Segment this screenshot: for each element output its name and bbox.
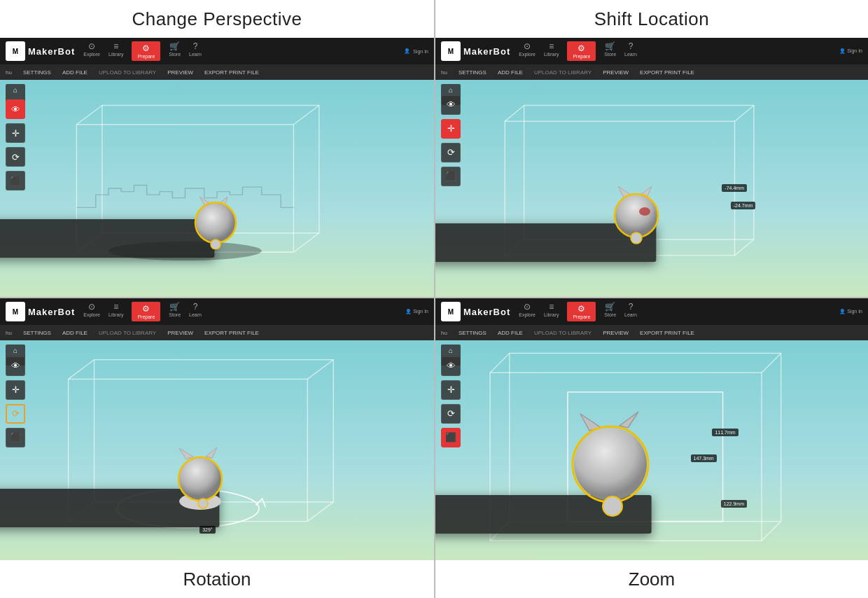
home-btn-bl[interactable]: ⌂ <box>6 345 25 356</box>
nav-explore-tr[interactable]: ⊙Explore <box>519 41 536 61</box>
addfile-btn-tl[interactable]: ADD FILE <box>62 69 88 76</box>
move-btn-bl[interactable]: ✛ <box>6 380 25 400</box>
cat-model-tr <box>608 182 664 245</box>
footer-right: Zoom <box>435 560 868 598</box>
logo-box-br: M <box>441 302 461 321</box>
measurement-1-br: 111.7mm <box>712 429 738 436</box>
toolbar-bl: hu SETTINGS ADD FILE UPLOAD TO LIBRARY P… <box>0 325 434 340</box>
addfile-btn-br[interactable]: ADD FILE <box>498 330 523 336</box>
panel-top-left: M MakerBot ⊙ Explore ≡ Library ⚙ <box>0 38 434 297</box>
rotation-title: Rotation <box>183 569 251 590</box>
nav-learn-tr[interactable]: ?Learn <box>624 41 637 61</box>
nav-prepare-tr[interactable]: ⚙Prepare <box>567 41 596 61</box>
signin-icon-tl: 👤 <box>404 48 410 54</box>
nav-bar-bl: M MakerBot ⊙Explore ≡Library ⚙Prepare 🛒S… <box>0 298 434 325</box>
settings-btn-tl[interactable]: SETTINGS <box>23 69 51 76</box>
nav-library-tl[interactable]: ≡ Library <box>108 41 123 61</box>
nav-library-br[interactable]: ≡Library <box>544 302 559 321</box>
upload-btn-tr[interactable]: UPLOAD TO LIBRARY <box>534 69 592 76</box>
export-btn-tr[interactable]: EXPORT PRINT FILE <box>640 69 694 76</box>
svg-line-50 <box>762 522 781 541</box>
zoom-title: Zoom <box>629 569 675 590</box>
nav-items-br: ⊙Explore ≡Library ⚙Prepare 🛒Store ?Learn <box>519 302 839 321</box>
preview-btn-bl[interactable]: PREVIEW <box>167 330 193 336</box>
rotate-btn-tl[interactable]: ⟳ <box>6 147 25 167</box>
svg-line-6 <box>293 233 318 252</box>
nav-store-bl[interactable]: 🛒Store <box>169 302 181 321</box>
nav-store-tr[interactable]: 🛒Store <box>604 41 616 61</box>
nav-prepare-tl[interactable]: ⚙ Prepare <box>132 41 160 61</box>
side-toolbar-tl: 👁 ✛ ⟳ ⬛ <box>6 99 25 190</box>
settings-btn-bl[interactable]: SETTINGS <box>23 330 51 336</box>
export-btn-bl[interactable]: EXPORT PRINT FILE <box>204 330 259 336</box>
eye-btn-tr[interactable]: 👁 <box>441 95 461 115</box>
nav-store-tl[interactable]: 🛒 Store <box>169 41 181 61</box>
nav-prepare-bl[interactable]: ⚙Prepare <box>132 302 160 321</box>
makerbot-ui-bl: M MakerBot ⊙Explore ≡Library ⚙Prepare 🛒S… <box>0 298 434 560</box>
nav-learn-bl[interactable]: ?Learn <box>189 302 202 321</box>
rotate-btn-br[interactable]: ⟳ <box>441 404 461 424</box>
move-btn-tr[interactable]: ✛ <box>441 119 461 139</box>
nav-learn-tl[interactable]: ? Learn <box>189 41 202 61</box>
rotate-btn-tr[interactable]: ⟳ <box>441 143 461 162</box>
measurement-3-br: 122.9mm <box>721 500 747 508</box>
export-btn-br[interactable]: EXPORT PRINT FILE <box>640 330 694 336</box>
logo-box-bl: M <box>6 302 25 321</box>
wireframe-tl <box>0 80 434 297</box>
scale-btn-tl[interactable]: ⬛ <box>6 171 25 190</box>
settings-btn-tr[interactable]: SETTINGS <box>458 69 486 76</box>
eye-btn-bl[interactable]: 👁 <box>6 356 25 376</box>
toolbar-tr: hu SETTINGS ADD FILE UPLOAD TO LIBRARY P… <box>435 64 868 80</box>
nav-right-tl: 👤 Sign In <box>404 48 428 54</box>
svg-point-14 <box>211 239 220 249</box>
home-btn-br[interactable]: ⌂ <box>441 345 461 356</box>
preview-btn-tr[interactable]: PREVIEW <box>603 69 629 76</box>
scale-btn-br[interactable]: ⬛ <box>441 428 461 447</box>
addfile-btn-bl[interactable]: ADD FILE <box>62 330 88 336</box>
panel-bottom-right: M MakerBot ⊙Explore ≡Library ⚙Prepare 🛒S… <box>435 298 868 560</box>
svg-text:M: M <box>448 308 454 316</box>
svg-line-4 <box>76 105 102 124</box>
eye-btn-tl[interactable]: 👁 <box>6 99 25 119</box>
nav-library-tr[interactable]: ≡Library <box>544 41 559 61</box>
svg-line-49 <box>762 353 781 373</box>
home-btn-tr[interactable]: ⌂ <box>441 84 461 95</box>
nav-prepare-br[interactable]: ⚙Prepare <box>567 302 596 321</box>
export-btn-tl[interactable]: EXPORT PRINT FILE <box>204 69 259 76</box>
nav-explore-tl[interactable]: ⊙ Explore <box>83 41 100 61</box>
nav-items-tr: ⊙Explore ≡Library ⚙Prepare 🛒Store ?Learn <box>519 41 839 61</box>
store-icon-tl: 🛒 <box>169 41 180 51</box>
upload-btn-br[interactable]: UPLOAD TO LIBRARY <box>534 330 592 336</box>
nav-explore-bl[interactable]: ⊙Explore <box>83 302 100 321</box>
logo-tl: M MakerBot <box>6 41 75 61</box>
preview-btn-br[interactable]: PREVIEW <box>603 330 629 336</box>
nav-items-bl: ⊙Explore ≡Library ⚙Prepare 🛒Store ?Learn <box>83 302 405 321</box>
learn-icon-tl: ? <box>193 41 198 51</box>
home-btn-tl[interactable]: ⌂ <box>6 84 25 95</box>
scale-btn-bl[interactable]: ⬛ <box>6 428 25 447</box>
svg-text:M: M <box>448 48 454 55</box>
preview-btn-tl[interactable]: PREVIEW <box>167 69 193 76</box>
viewport-tl: ⌂ − <box>0 80 434 297</box>
move-btn-tl[interactable]: ✛ <box>6 123 25 143</box>
scale-btn-tr[interactable]: ⬛ <box>441 167 461 186</box>
nav-bar-tr: M MakerBot ⊙Explore ≡Library ⚙Prepare 🛒S… <box>435 38 868 64</box>
platform-tl <box>0 219 215 258</box>
nav-learn-br[interactable]: ?Learn <box>624 302 637 321</box>
nav-right-tr: 👤 Sign In <box>839 48 862 54</box>
header-right: Shift Location <box>435 0 868 38</box>
nav-library-bl[interactable]: ≡Library <box>108 302 123 321</box>
settings-btn-br[interactable]: SETTINGS <box>458 330 486 336</box>
upload-btn-tl[interactable]: UPLOAD TO LIBRARY <box>99 69 156 76</box>
addfile-btn-tr[interactable]: ADD FILE <box>498 69 523 76</box>
measurement-2-tr: -24.7mm <box>731 202 756 209</box>
rotate-btn-bl[interactable]: ⟳ <box>6 404 25 424</box>
nav-explore-br[interactable]: ⊙Explore <box>519 302 536 321</box>
eye-btn-br[interactable]: 👁 <box>441 356 461 376</box>
svg-text:M: M <box>13 48 18 55</box>
upload-btn-bl[interactable]: UPLOAD TO LIBRARY <box>99 330 156 336</box>
svg-marker-40 <box>179 448 193 459</box>
move-btn-br[interactable]: ✛ <box>441 380 461 400</box>
cat-model-tl <box>191 193 240 249</box>
nav-store-br[interactable]: 🛒Store <box>604 302 616 321</box>
